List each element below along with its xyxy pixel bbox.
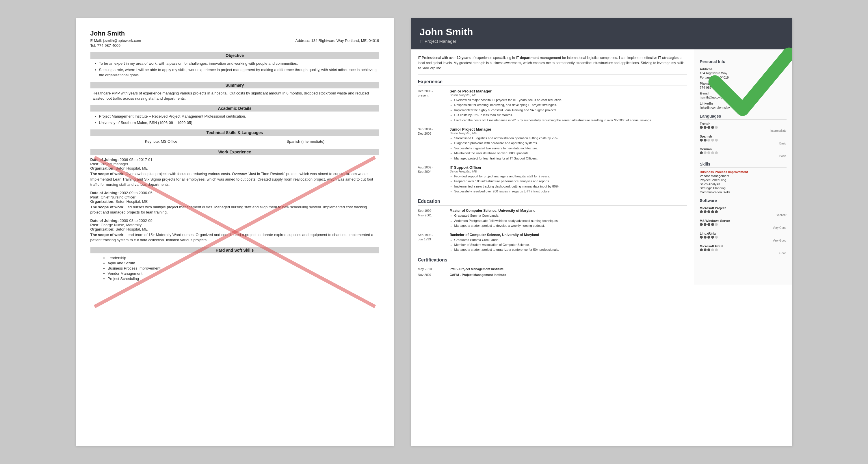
exp-b1-2: Responsible for creating, improving, and… bbox=[454, 103, 687, 107]
sw-excel: Microsoft Excel Good bbox=[700, 244, 786, 255]
left-name: John Smith bbox=[90, 30, 379, 37]
edu-entry-2: Sep 1996 -Jun 1999 Bachelor of Computer … bbox=[418, 233, 687, 253]
dot bbox=[704, 151, 707, 154]
left-contact-row: E-Mail: j.smith@uptowork.com Address: 13… bbox=[90, 38, 379, 43]
objective-item-1: To be an expert in my area of work, with… bbox=[99, 61, 379, 66]
cert-entry-2: Nov 2007 CAPM - Project Management Insti… bbox=[418, 273, 687, 277]
work-org-3: Organization: Seton Hospital, ME bbox=[90, 227, 379, 231]
exp-b3-1: Provided support for project managers an… bbox=[454, 174, 687, 179]
dot bbox=[700, 248, 703, 251]
work-entry-3: Date of Joining: 2000-03 to 2002-09 Post… bbox=[90, 218, 379, 243]
address-value: 134 Rightward WayPortland, ME, 04019 bbox=[700, 71, 786, 80]
work-entry-1: Date of Joining: 2006-05 to 2017-01 Post… bbox=[90, 157, 379, 187]
exp-role-3: IT Support Officer bbox=[450, 165, 687, 169]
left-tel: Tel: 774-987-4009 bbox=[90, 43, 379, 48]
linkedin-value: linkedin.com/johnsltw bbox=[700, 105, 786, 110]
skills-title: Skills bbox=[700, 162, 786, 167]
exp-bullets-2: Streamlined IT logistics and administrat… bbox=[450, 136, 687, 161]
right-summary: IT Professional with over 10 years of ex… bbox=[418, 55, 687, 74]
skill-ps: Project Scheduling bbox=[700, 178, 786, 182]
dot bbox=[707, 223, 710, 226]
dot bbox=[707, 210, 710, 213]
exp-b3-4: Successfully resolved over 200 issues in… bbox=[454, 189, 687, 193]
exp-b3-3: Implemented a new tracking dashboard, cu… bbox=[454, 184, 687, 189]
edu-date-1: Sep 1999 -May 2001 bbox=[418, 209, 450, 228]
dot bbox=[711, 139, 714, 142]
hardsoft-item-3: Business Process Improvement bbox=[108, 266, 379, 271]
work-date-1: Date of Joining: 2006-05 to 2017-01 bbox=[90, 157, 379, 162]
skill-sp: Strategic Planning bbox=[700, 186, 786, 190]
skill-vm: Vendor Management bbox=[700, 174, 786, 178]
exp-b1-4: Cut costs by 32% in less than six months… bbox=[454, 113, 687, 117]
hardsoft-item-1: Leadership bbox=[108, 256, 379, 260]
objective-list: To be an expert in my area of work, with… bbox=[90, 61, 379, 78]
dot bbox=[711, 236, 714, 239]
dot bbox=[704, 126, 707, 129]
work-org-1: Organization: Seton Hospital, ME bbox=[90, 166, 379, 171]
dot bbox=[707, 236, 710, 239]
summary-title: Summary bbox=[90, 82, 379, 88]
skill-cs: Communication Skills bbox=[700, 190, 786, 194]
lang-spanish: Spanish Basic bbox=[700, 135, 786, 145]
right-name: John Smith bbox=[420, 26, 784, 37]
work-scope-1: The scope of work: Oversaw hospital proj… bbox=[90, 171, 379, 187]
work-post-1: Post: Project manager bbox=[90, 162, 379, 166]
dot bbox=[704, 139, 707, 142]
edu-bullets-1: Graduated Summa Cum Laude. Andersen Post… bbox=[450, 214, 687, 228]
work-org-2: Organization: Seton Hospital, ME bbox=[90, 199, 379, 204]
technical-skills: Keynote, MS Office Spanish (intermediate… bbox=[90, 138, 379, 145]
cert-date-1: May 2010 bbox=[418, 267, 450, 271]
edu-bullets-2: Graduated Summa Cum Laude. Member of Stu… bbox=[450, 238, 687, 252]
dot bbox=[704, 236, 707, 239]
work-entry-2: Date of Joining: 2002-09 to 2006-05 Post… bbox=[90, 191, 379, 215]
dot bbox=[711, 248, 714, 251]
work-post-3: Post: Charge Nurse, Maternity bbox=[90, 223, 379, 227]
resume-right: John Smith IT Project Manager IT Profess… bbox=[411, 18, 792, 446]
resume-left: John Smith E-Mail: j.smith@uptowork.com … bbox=[76, 18, 394, 446]
dot bbox=[711, 151, 714, 154]
dot bbox=[700, 210, 703, 213]
dot bbox=[700, 126, 703, 129]
personal-info-title: Personal Info bbox=[700, 59, 786, 65]
experience-title: Experience bbox=[418, 79, 687, 86]
linkedin-label: LinkedIn bbox=[700, 102, 786, 105]
cert-name-2: CAPM - Project Management Institute bbox=[450, 273, 506, 277]
left-address: Address: 134 Rightward Way Portland, ME,… bbox=[296, 38, 379, 43]
dot bbox=[715, 223, 718, 226]
academic-list: Project Management Institute – Received … bbox=[90, 114, 379, 125]
edu-b2-2: Member of Student Association of Compute… bbox=[454, 243, 687, 247]
exp-b1-5: I reduced the costs of IT maintenance in… bbox=[454, 118, 687, 123]
exp-content-1: Senior Project Manager Seton Hospital, M… bbox=[450, 89, 687, 123]
dot bbox=[715, 236, 718, 239]
exp-b1-1: Oversaw all major hospital IT projects f… bbox=[454, 98, 687, 102]
exp-org-2: Seton Hospital, ME bbox=[450, 131, 687, 135]
work-title: Work Experience bbox=[90, 149, 379, 155]
academic-item-1: Project Management Institute – Received … bbox=[99, 114, 379, 119]
right-main: IT Professional with over 10 years of ex… bbox=[411, 50, 694, 285]
dot bbox=[711, 126, 714, 129]
dot bbox=[700, 223, 703, 226]
academic-item-2: University of Southern Maine, BSN (1996-… bbox=[99, 120, 379, 125]
dot bbox=[715, 210, 718, 213]
dot bbox=[700, 151, 703, 154]
academic-title: Academic Details bbox=[90, 105, 379, 112]
education-title: Education bbox=[418, 199, 687, 206]
dot bbox=[715, 126, 718, 129]
summary-text: Healthcare PMP with years of experience … bbox=[90, 91, 379, 101]
edu-content-1: Master of Computer Science, University o… bbox=[450, 209, 687, 228]
exp-b1-3: Implemented the highly successful Lean T… bbox=[454, 108, 687, 113]
hardsoft-item-4: Vendor Management bbox=[108, 271, 379, 276]
hardsoft-title: Hard and Soft Skills bbox=[90, 247, 379, 253]
exp-entry-3: Aug 2002 -Sep 2004 IT Support Officer Se… bbox=[418, 165, 687, 194]
edu-b1-2: Andersen Postgraduate Fellowship to stud… bbox=[454, 219, 687, 223]
exp-org-3: Seton Hospital, ME bbox=[450, 169, 687, 173]
dot bbox=[707, 151, 710, 154]
lang-german: German Basic bbox=[700, 147, 786, 158]
objective-item-2: Seeking a role, where I will be able to … bbox=[99, 67, 379, 78]
work-scope-2: The scope of work: Led nurses with multi… bbox=[90, 205, 379, 215]
edu-content-2: Bachelor of Computer Science, University… bbox=[450, 233, 687, 253]
hardsoft-item-5: Project Scheduling bbox=[108, 277, 379, 281]
exp-date-3: Aug 2002 -Sep 2004 bbox=[418, 165, 450, 194]
certs-title: Certifications bbox=[418, 257, 687, 265]
right-header: John Smith IT Project Manager bbox=[411, 18, 792, 50]
